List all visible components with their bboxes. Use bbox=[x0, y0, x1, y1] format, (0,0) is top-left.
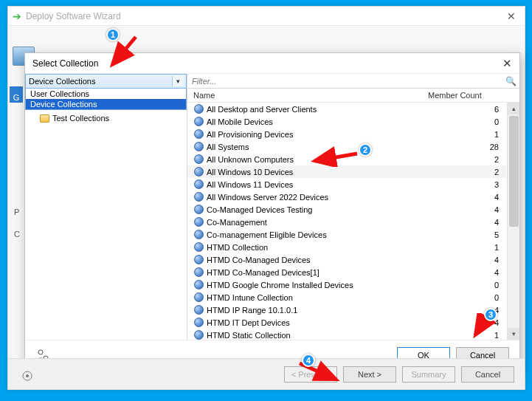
list-item-count: 1 bbox=[437, 243, 502, 252]
select-collection-dialog: Select Collection ✕ Device Collections ▾… bbox=[24, 52, 520, 370]
dialog-close-icon[interactable]: ✕ bbox=[502, 57, 512, 70]
scrollbar-thumb[interactable] bbox=[509, 116, 519, 227]
list-item[interactable]: HTMD IT Dept Devices4 bbox=[187, 316, 506, 329]
scroll-down-arrow-icon[interactable]: ▾ bbox=[508, 328, 519, 340]
search-icon[interactable]: 🔍 bbox=[505, 76, 517, 86]
list-item[interactable]: All Unknown Computers2 bbox=[187, 153, 506, 165]
list-item[interactable]: All Windows 10 Devices2 bbox=[187, 165, 506, 178]
list-item[interactable]: All Mobile Devices0 bbox=[187, 115, 506, 128]
combobox-option-device-collections[interactable]: Device Collections bbox=[26, 99, 186, 109]
list-item-count: 2 bbox=[437, 155, 502, 164]
list-item-name: All Systems bbox=[207, 143, 437, 151]
collection-icon bbox=[193, 292, 204, 303]
previous-button: < Previous bbox=[284, 366, 337, 383]
collection-icon bbox=[193, 280, 204, 290]
folder-icon bbox=[40, 114, 49, 123]
list-item-name: All Mobile Devices bbox=[207, 117, 437, 126]
list-item[interactable]: Co-management Eligible Devices5 bbox=[187, 228, 506, 241]
svg-point-4 bbox=[26, 374, 29, 377]
vertical-scrollbar[interactable]: ▴ ▾ bbox=[507, 103, 519, 340]
list-item[interactable]: Co-Management4 bbox=[187, 216, 506, 228]
list-item-name: All Desktop and Server Clients bbox=[207, 105, 437, 114]
annotation-badge-1: 1 bbox=[106, 28, 120, 41]
list-item-count: 4 bbox=[437, 205, 502, 214]
list-item[interactable]: All Systems28 bbox=[187, 140, 506, 153]
list-item-count: 4 bbox=[437, 218, 502, 227]
list-item-name: HTMD Collection bbox=[207, 243, 437, 252]
list-item-name: HTMD Static Collection bbox=[207, 331, 437, 340]
wizard-step-c: C bbox=[14, 230, 20, 239]
collection-type-panel: Device Collections ▾ User Collections De… bbox=[25, 74, 187, 340]
list-item-name: All Unknown Computers bbox=[207, 155, 437, 164]
list-item[interactable]: HTMD Intune Collection0 bbox=[187, 291, 506, 304]
list-item[interactable]: All Windows Server 2022 Devices4 bbox=[187, 191, 506, 203]
collection-icon bbox=[193, 129, 204, 140]
list-item-count: 28 bbox=[437, 143, 502, 151]
list-item-name: HTMD Google Chrome Installed Devices bbox=[207, 281, 437, 289]
combobox-option-user-collections[interactable]: User Collections bbox=[26, 89, 186, 99]
collection-icon bbox=[193, 305, 204, 315]
list-item[interactable]: All Windows 11 Devices3 bbox=[187, 178, 506, 191]
filter-input[interactable] bbox=[190, 75, 502, 88]
list-item-name: All Windows Server 2022 Devices bbox=[207, 193, 437, 202]
list-item-name: Co-management Eligible Devices bbox=[207, 230, 437, 239]
wizard-cancel-button[interactable]: Cancel bbox=[461, 366, 514, 383]
list-item-name: HTMD Co-Managed Devices[1] bbox=[207, 268, 437, 277]
tree-item-test-collections[interactable]: Test Collections bbox=[40, 113, 182, 123]
list-item[interactable]: Co-Managed Devices Testing4 bbox=[187, 203, 506, 216]
list-item-name: HTMD IP Range 10.1.0.1 bbox=[207, 306, 437, 315]
collection-icon bbox=[193, 205, 204, 215]
list-item[interactable]: HTMD Google Chrome Installed Devices0 bbox=[187, 278, 506, 291]
list-item-name: All Provisioning Devices bbox=[207, 130, 437, 139]
collection-icon bbox=[193, 318, 204, 328]
list-item-count: 4 bbox=[437, 268, 502, 277]
wizard-app-icon: ➔ bbox=[13, 10, 21, 22]
list-item[interactable]: HTMD Static Collection1 bbox=[187, 329, 506, 340]
dialog-body: Device Collections ▾ User Collections De… bbox=[25, 74, 519, 340]
collection-icon bbox=[193, 330, 204, 340]
wizard-close-icon[interactable]: ✕ bbox=[502, 10, 520, 22]
list-item[interactable]: HTMD Co-Managed Devices4 bbox=[187, 253, 506, 266]
collection-icon bbox=[193, 217, 204, 227]
list-item-name: HTMD IT Dept Devices bbox=[207, 318, 437, 327]
list-item-count: 1 bbox=[437, 130, 502, 139]
list-item-name: Co-Management bbox=[207, 218, 437, 227]
collection-type-combobox[interactable]: Device Collections ▾ bbox=[25, 74, 187, 89]
collection-list: All Desktop and Server Clients6All Mobil… bbox=[187, 103, 506, 340]
collection-icon bbox=[193, 167, 204, 177]
list-item[interactable]: All Provisioning Devices1 bbox=[187, 128, 506, 140]
collection-icon bbox=[193, 242, 204, 253]
list-item-count: 1 bbox=[437, 331, 502, 340]
list-item-name: Co-Managed Devices Testing bbox=[207, 205, 437, 214]
list-item[interactable]: All Desktop and Server Clients6 bbox=[187, 103, 506, 115]
scroll-up-arrow-icon[interactable]: ▴ bbox=[508, 103, 519, 114]
wizard-progress-icon bbox=[21, 370, 33, 382]
list-item[interactable]: HTMD Collection1 bbox=[187, 241, 506, 253]
collection-icon bbox=[193, 255, 204, 265]
collection-icon bbox=[193, 179, 204, 190]
combobox-selected-label: Device Collections bbox=[29, 77, 95, 86]
list-header: Name Member Count bbox=[187, 89, 519, 103]
annotation-badge-3: 3 bbox=[484, 308, 497, 321]
list-item-count: 2 bbox=[437, 168, 502, 176]
collection-tree: Test Collections bbox=[25, 110, 187, 340]
list-item-count: 4 bbox=[437, 256, 502, 264]
list-item[interactable]: HTMD Co-Managed Devices[1]4 bbox=[187, 266, 506, 278]
wizard-body: G P C Select Collection ✕ Device Collect… bbox=[8, 26, 525, 389]
list-item-count: 6 bbox=[437, 105, 502, 114]
collection-icon bbox=[193, 192, 204, 202]
chevron-down-icon[interactable]: ▾ bbox=[172, 76, 184, 86]
wizard-step-general[interactable]: G bbox=[10, 86, 23, 103]
list-item[interactable]: HTMD IP Range 10.1.0.14 bbox=[187, 304, 506, 316]
annotation-badge-2: 2 bbox=[359, 143, 372, 157]
wizard-title: Deploy Software Wizard bbox=[26, 11, 502, 21]
list-item-name: All Windows 11 Devices bbox=[207, 180, 437, 189]
column-header-name[interactable]: Name bbox=[193, 91, 428, 100]
next-button[interactable]: Next > bbox=[343, 366, 396, 383]
column-header-member-count[interactable]: Member Count bbox=[428, 91, 502, 100]
list-item-count: 4 bbox=[437, 193, 502, 202]
collection-icon bbox=[193, 104, 204, 114]
svg-point-0 bbox=[38, 350, 43, 354]
list-item-count: 0 bbox=[437, 117, 502, 126]
list-item-count: 0 bbox=[437, 293, 502, 302]
